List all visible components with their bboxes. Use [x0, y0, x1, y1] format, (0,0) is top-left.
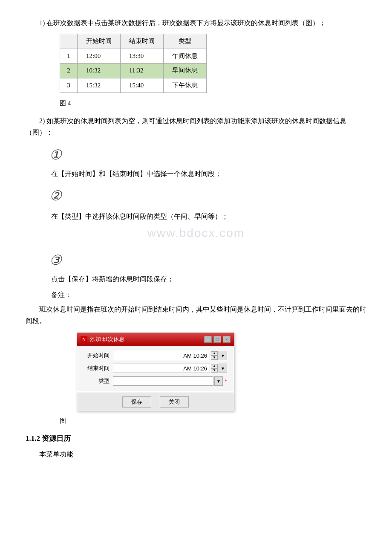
dialog-footer: 保存 关闭 [77, 393, 234, 411]
col-type: 类型 [164, 34, 207, 49]
note-label: 备注： [51, 289, 366, 301]
dialog-save-button[interactable]: 保存 [122, 396, 151, 408]
end-time-down[interactable]: ▼ [211, 368, 218, 373]
table-row: 3 15:32 15:40 下午休息 [60, 78, 207, 93]
type-required-marker: * [225, 377, 227, 385]
row-type: 午间休息 [164, 49, 207, 64]
end-time-dropdown[interactable]: ▼ [219, 364, 227, 373]
type-input[interactable] [113, 376, 213, 386]
type-label: 类型 [84, 376, 110, 386]
type-dropdown[interactable]: ▼ [214, 376, 223, 386]
section-heading: 1.1.2 资源日历 [26, 433, 366, 445]
end-time-input-group[interactable]: ▲ ▼ ▼ [113, 364, 227, 373]
type-row: 类型 ▼ * [84, 376, 227, 386]
end-time-label: 结束时间 [84, 364, 110, 373]
paragraph-2: 2) 如某班次的休息时间列表为空，则可通过休息时间列表的添加功能来添加该班次的休… [26, 115, 366, 138]
row-end: 15:40 [121, 78, 164, 93]
start-time-up[interactable]: ▲ [211, 351, 218, 356]
step-icon-3: ③ [49, 249, 366, 272]
dialog-maximize-btn[interactable]: □ [213, 336, 221, 343]
type-input-group[interactable]: ▼ * [113, 376, 227, 386]
fig4-label: 图 4 [60, 98, 366, 109]
dialog-close-btn[interactable]: × [223, 336, 231, 343]
step-2-text: 在【类型】中选择该休息时间段的类型（午间、早间等）； [51, 211, 366, 222]
end-time-input[interactable] [113, 364, 210, 373]
dialog-titlebar-left: N 添加 班次休息 [81, 335, 124, 344]
start-time-spinner[interactable]: ▲ ▼ [211, 351, 218, 360]
note-text: 班次休息时间是指在班次的开始时间到结束时间内，其中某些时间是休息时间，不计算到工… [26, 304, 366, 327]
start-time-label: 开始时间 [84, 351, 110, 360]
step-1-text: 在【开始时间】和【结束时间】中选择一个休息时间段； [51, 168, 366, 179]
row-num: 2 [60, 64, 78, 78]
step2-watermark-section: 在【类型】中选择该休息时间段的类型（午间、早间等）； www.bdocx.com [26, 209, 366, 245]
dialog-app-icon: N [81, 336, 87, 343]
dialog-add-rest: N 添加 班次休息 — □ × 开始时间 ▲ ▼ ▼ 结束时间 [77, 332, 234, 411]
table-row: 2 10:32 11:32 早间休息 [60, 64, 207, 78]
col-end: 结束时间 [121, 34, 164, 49]
start-time-dropdown[interactable]: ▼ [219, 351, 227, 360]
row-start: 10:32 [78, 64, 121, 78]
table-wrapper: 开始时间 结束时间 类型 1 12:00 13:30 午间休息 2 10:32 … [60, 34, 366, 93]
dialog-close-button[interactable]: 关闭 [160, 396, 189, 408]
row-type: 下午休息 [164, 78, 207, 93]
step-3-text: 点击【保存】将新增的休息时间段保存； [51, 273, 366, 285]
fig-label: 图 [60, 416, 366, 427]
dialog-body: 开始时间 ▲ ▼ ▼ 结束时间 ▲ ▼ ▼ [77, 346, 234, 391]
end-time-spinner[interactable]: ▲ ▼ [211, 364, 218, 373]
paragraph-1: 1) 在班次数据表中点击某班次数据行后，班次数据表下方将显示该班次的休息时间列表… [26, 17, 366, 29]
dialog-titlebar-controls: — □ × [204, 336, 231, 343]
start-time-input-group[interactable]: ▲ ▼ ▼ [113, 351, 227, 360]
dialog-title: 添加 班次休息 [90, 335, 124, 344]
dialog-minimize-btn[interactable]: — [204, 336, 212, 343]
row-type: 早间休息 [164, 64, 207, 78]
rest-time-table: 开始时间 结束时间 类型 1 12:00 13:30 午间休息 2 10:32 … [60, 34, 207, 93]
dialog-titlebar: N 添加 班次休息 — □ × [77, 333, 234, 346]
row-num: 1 [60, 49, 78, 64]
table-row: 1 12:00 13:30 午间休息 [60, 49, 207, 64]
row-end: 11:32 [121, 64, 164, 78]
col-num [60, 34, 78, 49]
step-icon-2: ② [49, 184, 366, 207]
start-time-row: 开始时间 ▲ ▼ ▼ [84, 351, 227, 360]
end-time-row: 结束时间 ▲ ▼ ▼ [84, 364, 227, 373]
end-time-up[interactable]: ▲ [211, 364, 218, 368]
section-text: 本菜单功能 [26, 448, 366, 460]
row-start: 12:00 [78, 49, 121, 64]
col-start: 开始时间 [78, 34, 121, 49]
start-time-input[interactable] [113, 351, 210, 360]
step-icon-1: ① [49, 143, 366, 166]
watermark: www.bdocx.com [26, 223, 366, 243]
row-end: 13:30 [121, 49, 164, 64]
row-num: 3 [60, 78, 78, 93]
row-start: 15:32 [78, 78, 121, 93]
start-time-down[interactable]: ▼ [211, 356, 218, 360]
